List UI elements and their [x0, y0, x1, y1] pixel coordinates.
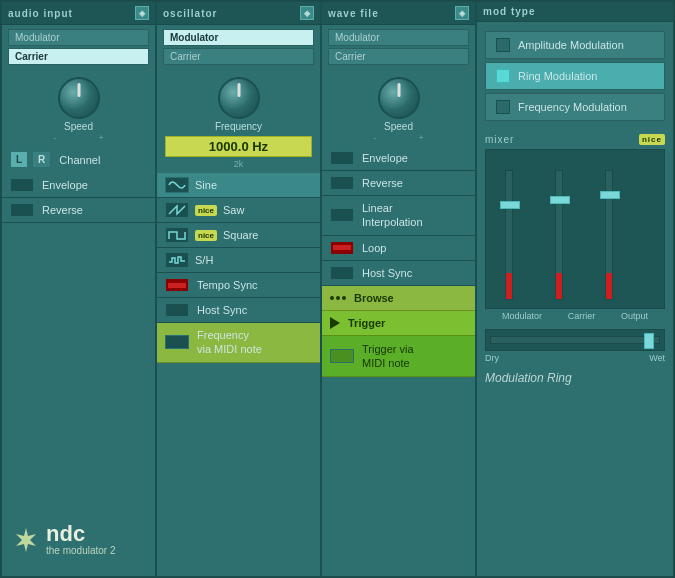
- knob-mark-minus: -: [54, 133, 57, 142]
- loop-btn[interactable]: Loop: [322, 236, 475, 261]
- browse-btn[interactable]: Browse: [322, 286, 475, 311]
- host-sync-wf-indicator: [330, 266, 354, 280]
- mixer-header: mixer nice: [485, 134, 665, 145]
- wf-knob-plus: +: [419, 133, 424, 142]
- wave-file-reverse-btn[interactable]: Reverse: [322, 171, 475, 196]
- loop-red-bar: [333, 245, 351, 250]
- logo-text: ndc the modulator 2: [46, 523, 116, 556]
- linear-interp-btn[interactable]: LinearInterpolation: [322, 196, 475, 236]
- browse-dot-3: [342, 296, 346, 300]
- ring-mod-btn[interactable]: Ring Modulation: [485, 62, 665, 90]
- channel-r-btn[interactable]: R: [32, 151, 51, 168]
- browse-dot-1: [330, 296, 334, 300]
- audio-input-carrier-btn[interactable]: Carrier: [8, 48, 149, 65]
- audio-input-sources: Modulator Carrier: [2, 25, 155, 69]
- host-sync-osc-indicator: [165, 303, 189, 317]
- freq-midi-btn[interactable]: Frequencyvia MIDI note: [157, 323, 320, 363]
- oscillator-modulator-btn[interactable]: Modulator: [163, 29, 314, 46]
- logo-section: ndc the modulator 2: [12, 523, 116, 556]
- brand-name: ndc: [46, 523, 116, 545]
- dry-wet-labels: Dry Wet: [485, 353, 665, 363]
- wave-file-carrier-btn[interactable]: Carrier: [328, 48, 469, 65]
- wave-sh-btn[interactable]: S/H: [157, 248, 320, 273]
- output-fader-handle[interactable]: [600, 191, 620, 199]
- wf-reverse-indicator: [330, 176, 354, 190]
- output-fader-rail[interactable]: [605, 170, 613, 300]
- wf-reverse-label: Reverse: [362, 177, 403, 189]
- audio-input-speaker-icon[interactable]: ◈: [135, 6, 149, 20]
- amplitude-mod-btn[interactable]: Amplitude Modulation: [485, 31, 665, 59]
- oscillator-freq-display: 1000.0 Hz: [165, 136, 312, 157]
- host-sync-osc-label: Host Sync: [197, 304, 247, 316]
- oscillator-freq-label: Frequency: [215, 121, 262, 132]
- amplitude-mod-indicator: [496, 38, 510, 52]
- wave-file-panel: wave file ◈ Modulator Carrier Speed - + …: [321, 1, 476, 577]
- envelope-label: Envelope: [42, 179, 88, 191]
- carrier-fader: [544, 170, 574, 300]
- dry-wet-handle[interactable]: [644, 333, 654, 349]
- frequency-mod-btn[interactable]: Frequency Modulation: [485, 93, 665, 121]
- audio-input-envelope-btn[interactable]: Envelope: [2, 173, 155, 198]
- audio-input-modulator-btn[interactable]: Modulator: [8, 29, 149, 46]
- linear-interp-label: LinearInterpolation: [362, 201, 423, 230]
- mod-type-header: mod type: [477, 2, 673, 22]
- ring-mod-label: Ring Modulation: [518, 70, 598, 82]
- oscillator-title: oscillator: [163, 8, 217, 19]
- envelope-indicator: [10, 178, 34, 192]
- channel-label: Channel: [59, 154, 100, 166]
- oscillator-speaker-icon[interactable]: ◈: [300, 6, 314, 20]
- reverse-label: Reverse: [42, 204, 83, 216]
- wave-square-btn[interactable]: nice Square: [157, 223, 320, 248]
- square-label: Square: [223, 229, 258, 241]
- dry-wet-section: Dry Wet: [485, 329, 665, 363]
- wave-file-speed-label: Speed: [384, 121, 413, 132]
- modulation-ring-area: Modulation Ring: [477, 363, 673, 385]
- wave-file-header: wave file ◈: [322, 2, 475, 25]
- ring-mod-indicator: [496, 69, 510, 83]
- tempo-sync-red-bar: [168, 283, 186, 288]
- host-sync-osc-btn[interactable]: Host Sync: [157, 298, 320, 323]
- dry-wet-slider-container: [485, 329, 665, 351]
- tempo-sync-btn[interactable]: Tempo Sync: [157, 273, 320, 298]
- modulator-fader-handle[interactable]: [500, 201, 520, 209]
- reverse-indicator: [10, 203, 34, 217]
- sh-wave-icon: [165, 252, 189, 268]
- frequency-mod-indicator: [496, 100, 510, 114]
- wave-file-envelope-btn[interactable]: Envelope: [322, 146, 475, 171]
- audio-input-panel: audio input ◈ Modulator Carrier Speed - …: [1, 1, 156, 577]
- modulator-fader-label: Modulator: [502, 311, 542, 321]
- audio-input-reverse-btn[interactable]: Reverse: [2, 198, 155, 223]
- trigger-btn[interactable]: Trigger: [322, 311, 475, 336]
- audio-input-speed-label: Speed: [64, 121, 93, 132]
- output-fader-red: [606, 273, 612, 299]
- oscillator-carrier-btn[interactable]: Carrier: [163, 48, 314, 65]
- mod-type-title: mod type: [483, 6, 535, 17]
- square-wave-icon: [165, 227, 189, 243]
- oscillator-header: oscillator ◈: [157, 2, 320, 25]
- wf-envelope-label: Envelope: [362, 152, 408, 164]
- wave-file-speaker-icon[interactable]: ◈: [455, 6, 469, 20]
- wave-saw-btn[interactable]: nice Saw: [157, 198, 320, 223]
- wave-file-sources: Modulator Carrier: [322, 25, 475, 69]
- carrier-fader-rail[interactable]: [555, 170, 563, 300]
- carrier-fader-handle[interactable]: [550, 196, 570, 204]
- wave-file-modulator-btn[interactable]: Modulator: [328, 29, 469, 46]
- main-container: audio input ◈ Modulator Carrier Speed - …: [0, 0, 675, 578]
- dry-wet-track[interactable]: [490, 336, 660, 344]
- knob-mark-plus: +: [99, 133, 104, 142]
- trigger-midi-btn[interactable]: Trigger viaMIDI note: [322, 336, 475, 378]
- freq-midi-label: Frequencyvia MIDI note: [197, 328, 262, 357]
- oscillator-frequency-knob[interactable]: [218, 77, 260, 119]
- audio-input-knob-container: Speed - +: [2, 69, 155, 146]
- sh-label: S/H: [195, 254, 213, 266]
- audio-input-header: audio input ◈: [2, 2, 155, 25]
- trigger-midi-indicator: [330, 349, 354, 363]
- wave-sine-btn[interactable]: Sine: [157, 173, 320, 198]
- wave-file-speed-knob[interactable]: [378, 77, 420, 119]
- host-sync-wf-btn[interactable]: Host Sync: [322, 261, 475, 286]
- audio-input-speed-knob[interactable]: [58, 77, 100, 119]
- wave-file-knob-container: Speed - +: [322, 69, 475, 146]
- channel-l-btn[interactable]: L: [10, 151, 28, 168]
- modulator-fader-rail[interactable]: [505, 170, 513, 300]
- browse-icon: [330, 296, 346, 300]
